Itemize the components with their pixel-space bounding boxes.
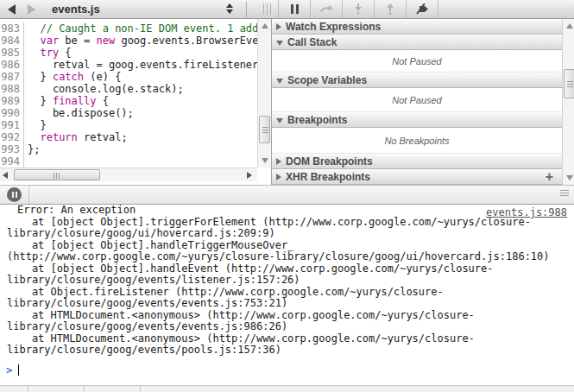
line-number[interactable]: 992: [0, 131, 23, 143]
chevron-right-icon: [276, 23, 281, 30]
deactivate-breakpoints-button[interactable]: [407, 0, 438, 18]
file-selector-dropdown-icon[interactable]: [226, 3, 233, 14]
chevron-down-icon: [276, 41, 283, 46]
step-over-button[interactable]: [311, 0, 343, 18]
debugger-toolbar: events.js: [0, 0, 574, 19]
code-text[interactable]: } finally {: [24, 95, 257, 107]
toolbar-separator: [246, 2, 247, 17]
code-line: 988 console.log(e.stack);: [0, 83, 257, 95]
code-line: 992 return retval;: [0, 131, 257, 143]
sidebar-section-call-stack[interactable]: Call Stack: [272, 35, 562, 50]
deactivate-breakpoints-icon: [414, 3, 430, 15]
sidebar-section-watch-expressions[interactable]: Watch Expressions: [272, 19, 562, 35]
section-label: Call Stack: [287, 36, 337, 48]
sidebar-section-xhr-breakpoints[interactable]: XHR Breakpoints+: [272, 169, 562, 185]
sidebar-section-breakpoints[interactable]: Breakpoints: [272, 112, 562, 128]
editor-vertical-scrollbar[interactable]: [257, 19, 271, 168]
console-resize-grip[interactable]: [560, 190, 569, 196]
code-text[interactable]: be.dispose();: [24, 107, 257, 119]
line-number[interactable]: 993: [0, 143, 23, 155]
line-number[interactable]: 991: [0, 119, 23, 131]
editor-hscroll-thumb[interactable]: [14, 169, 100, 180]
forward-arrow-icon[interactable]: [28, 4, 35, 15]
console-stack-line: at HTMLDocument.<anonymous> (http://www.…: [0, 310, 574, 322]
code-text[interactable]: try {: [24, 47, 257, 59]
pause-on-exceptions-button[interactable]: [0, 186, 29, 204]
line-number[interactable]: 987: [0, 71, 23, 83]
step-over-icon: [319, 3, 333, 15]
code-text[interactable]: var be = new goog.events.BrowserEve: [24, 35, 257, 47]
line-number[interactable]: 983: [0, 22, 23, 35]
code-line: 987 } catch (e) {: [0, 71, 257, 83]
pause-script-button[interactable]: [279, 0, 311, 18]
add-xhr-breakpoint-button[interactable]: +: [546, 169, 553, 184]
line-number[interactable]: 986: [0, 59, 23, 71]
scroll-down-icon[interactable]: [262, 158, 268, 163]
console-stack-line: (http://www.corp.google.com/~yurys/closu…: [0, 251, 574, 263]
code-line: 994: [0, 155, 257, 168]
code-text[interactable]: // Caught a non-IE DOM event. 1 add: [24, 22, 257, 35]
scroll-down-icon[interactable]: [566, 175, 573, 180]
code-line: 993};: [0, 143, 257, 155]
section-label: XHR Breakpoints: [286, 171, 370, 183]
step-into-button[interactable]: [343, 0, 375, 18]
code-line: 990 be.dispose();: [0, 107, 257, 119]
file-selector[interactable]: events.js: [52, 0, 100, 19]
console-prompt[interactable]: >: [0, 364, 574, 376]
step-into-icon: [353, 3, 363, 15]
code-line: 984 var be = new goog.events.BrowserEve: [0, 35, 257, 47]
scroll-left-icon[interactable]: [3, 172, 8, 179]
console-stack-line: library/closure/goog/events/pools.js:157…: [0, 345, 574, 357]
code-text[interactable]: };: [24, 143, 257, 155]
debugger-sidebar: Watch ExpressionsCall StackNot PausedSco…: [271, 19, 574, 185]
console-panel: events.js:988 Error: An exception at [ob…: [0, 205, 574, 385]
debug-controls: [278, 0, 438, 18]
section-label: Watch Expressions: [286, 21, 381, 33]
text-cursor: [18, 364, 19, 376]
scroll-right-icon[interactable]: [247, 172, 252, 179]
code-text[interactable]: console.log(e.stack);: [24, 83, 257, 95]
section-placeholder-text: Not Paused: [272, 50, 562, 73]
sidebar-section-dom-breakpoints[interactable]: DOM Breakpoints: [272, 154, 562, 169]
sidebar-scroll-thumb[interactable]: [564, 69, 574, 98]
editor-horizontal-scrollbar[interactable]: [0, 168, 257, 181]
splitter-grip[interactable]: [263, 3, 271, 15]
code-text[interactable]: }: [24, 119, 257, 131]
console-stack-line: library/closure/goog/events/events.js:98…: [0, 321, 574, 333]
sidebar-vertical-scrollbar[interactable]: [562, 19, 574, 185]
editor-scroll-thumb[interactable]: [259, 116, 270, 143]
line-number[interactable]: 989: [0, 95, 23, 107]
console-stack-line: library/closure/goog/ui/hovercard.js:209…: [0, 228, 574, 240]
line-number[interactable]: 988: [0, 83, 23, 95]
line-number[interactable]: 985: [0, 47, 23, 59]
console-stack-line: at Object.fireListener (http://www.corp.…: [0, 287, 574, 299]
chevron-down-icon: [276, 79, 283, 84]
code-line: 986 retval = goog.events.fireListener: [0, 59, 257, 71]
section-placeholder-text: No Breakpoints: [272, 128, 562, 154]
line-number[interactable]: 984: [0, 35, 23, 47]
code-text[interactable]: retval = goog.events.fireListener: [24, 59, 257, 71]
section-label: Breakpoints: [287, 114, 347, 126]
pause-on-exceptions-icon: [7, 187, 22, 202]
prompt-chevron-icon: >: [6, 364, 12, 376]
sidebar-section-scope-variables[interactable]: Scope Variables: [272, 73, 562, 88]
scroll-up-icon[interactable]: [566, 23, 573, 28]
bottom-statusbar: [0, 385, 574, 392]
scroll-up-icon[interactable]: [262, 23, 268, 28]
code-text[interactable]: } catch (e) {: [24, 71, 257, 83]
back-arrow-icon[interactable]: [8, 4, 16, 15]
code-text[interactable]: [24, 155, 257, 168]
step-out-icon: [385, 3, 395, 15]
section-placeholder-text: Not Paused: [272, 88, 562, 112]
console-stack-line: library/closure/goog/events/listener.js:…: [0, 275, 574, 287]
sources-statusbar: [0, 185, 574, 205]
step-out-button[interactable]: [375, 0, 407, 18]
console-source-link[interactable]: events.js:988: [486, 206, 567, 218]
line-number[interactable]: 990: [0, 107, 23, 119]
section-label: DOM Breakpoints: [286, 155, 373, 168]
line-number[interactable]: 994: [0, 155, 23, 168]
section-label: Scope Variables: [287, 74, 367, 86]
code-text[interactable]: return retval;: [24, 131, 257, 143]
chevron-right-icon: [276, 174, 281, 180]
file-selector-label: events.js: [52, 3, 100, 16]
